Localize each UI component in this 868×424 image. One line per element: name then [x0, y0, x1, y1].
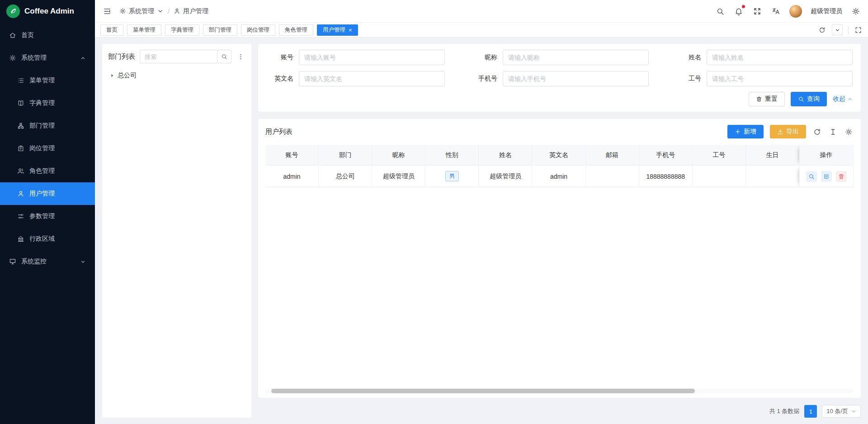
tab-dict-management[interactable]: 字典管理 — [165, 24, 199, 36]
app-logo[interactable]: Coffee Admin — [0, 0, 95, 22]
job-number-input[interactable] — [707, 71, 853, 86]
fullscreen-button[interactable] — [752, 6, 762, 16]
sidebar-collapse-button[interactable] — [102, 6, 112, 16]
tab-bar-actions — [818, 24, 863, 35]
user-list-card: 用户列表 新增 导出 — [258, 119, 861, 398]
tab-label: 用户管理 — [323, 26, 345, 34]
search-icon — [798, 96, 804, 102]
cell-nickname: 超级管理员 — [372, 166, 425, 187]
edit-icon — [823, 173, 830, 180]
gear-icon — [119, 8, 126, 14]
sidebar-group-label: 系统监控 — [21, 257, 47, 266]
top-header: 系统管理 / 用户管理 超级管理员 — [95, 0, 868, 22]
nickname-label: 昵称 — [470, 53, 497, 62]
tab-dept-management[interactable]: 部门管理 — [203, 24, 237, 36]
person-icon — [17, 190, 24, 197]
english-name-input[interactable] — [299, 71, 445, 86]
horizontal-scrollbar[interactable] — [265, 389, 854, 393]
job-number-label: 工号 — [674, 75, 701, 83]
sidebar-group-system-monitor[interactable]: 系统监控 — [0, 250, 95, 273]
theme-settings-button[interactable] — [851, 6, 861, 16]
org-chart-icon — [17, 122, 24, 129]
table-refresh-button[interactable] — [812, 127, 822, 137]
global-search-button[interactable] — [715, 6, 725, 16]
breadcrumb-system-management[interactable]: 系统管理 — [119, 7, 164, 15]
tab-menu-management[interactable]: 菜单管理 — [127, 24, 161, 36]
sidebar-item-menu-management[interactable]: 菜单管理 — [0, 69, 95, 92]
gender-tag: 男 — [445, 171, 459, 181]
department-more-button[interactable] — [236, 52, 245, 62]
collapse-button-label: 收起 — [833, 95, 845, 103]
tab-role-management[interactable]: 角色管理 — [279, 24, 313, 36]
notifications-button[interactable] — [734, 6, 744, 16]
name-input[interactable] — [707, 50, 853, 65]
pagination: 共 1 条数据 1 10 条/页 — [258, 405, 861, 418]
phone-input[interactable] — [503, 71, 649, 86]
sidebar-item-dept-management[interactable]: 部门管理 — [0, 114, 95, 137]
collapse-filter-button[interactable]: 收起 — [833, 95, 853, 103]
english-name-label: 英文名 — [266, 75, 293, 83]
notification-dot — [742, 5, 745, 8]
sidebar-group-label: 系统管理 — [21, 54, 47, 62]
edit-user-button[interactable] — [821, 171, 832, 182]
caret-right-icon — [109, 72, 115, 79]
export-button-label: 导出 — [786, 128, 799, 136]
tab-label: 字典管理 — [171, 26, 193, 34]
export-button[interactable]: 导出 — [770, 125, 806, 138]
table-settings-button[interactable] — [844, 127, 854, 137]
sidebar-item-label: 用户管理 — [29, 190, 55, 198]
add-user-button[interactable]: 新增 — [727, 125, 764, 138]
gear-icon — [845, 128, 853, 136]
sidebar-item-user-management[interactable]: 用户管理 — [0, 182, 95, 205]
sidebar-item-home[interactable]: 首页 — [0, 24, 95, 47]
content-fullscreen-button[interactable] — [854, 26, 863, 34]
view-user-button[interactable] — [806, 171, 817, 182]
breadcrumb-user-management[interactable]: 用户管理 — [174, 7, 208, 15]
tab-label: 部门管理 — [209, 26, 231, 34]
cell-department: 总公司 — [319, 166, 372, 187]
reset-button[interactable]: 重置 — [749, 92, 785, 106]
delete-user-button[interactable] — [836, 171, 847, 182]
department-panel-title: 部门列表 — [108, 52, 135, 61]
language-switch-button[interactable] — [771, 6, 781, 16]
scrollbar-thumb[interactable] — [271, 389, 695, 393]
user-avatar[interactable] — [789, 5, 802, 18]
department-search-input[interactable] — [140, 50, 217, 63]
tree-node-head-office[interactable]: 总公司 — [108, 69, 245, 82]
department-search-button[interactable] — [217, 50, 231, 63]
current-user-name[interactable]: 超级管理员 — [811, 7, 842, 15]
sidebar-item-label: 行政区域 — [29, 235, 55, 243]
trash-icon — [756, 96, 762, 102]
query-button[interactable]: 查询 — [791, 92, 827, 106]
user-list-title: 用户列表 — [265, 128, 292, 136]
sidebar-item-role-management[interactable]: 角色管理 — [0, 160, 95, 182]
col-email: 邮箱 — [586, 145, 639, 166]
cell-operations — [799, 166, 854, 187]
col-name: 姓名 — [479, 145, 532, 166]
tab-user-management[interactable]: 用户管理 × — [317, 24, 358, 36]
people-icon — [17, 167, 24, 175]
nickname-input[interactable] — [503, 50, 649, 65]
tab-home[interactable]: 首页 — [100, 24, 123, 36]
badge-icon — [17, 145, 24, 152]
table-density-button[interactable] — [828, 127, 838, 137]
tab-post-management[interactable]: 岗位管理 — [241, 24, 275, 36]
translate-icon — [772, 7, 780, 15]
account-label: 账号 — [266, 53, 293, 62]
page-1-button[interactable]: 1 — [804, 405, 817, 418]
sidebar-group-system-management[interactable]: 系统管理 — [0, 47, 95, 69]
table-empty-space — [265, 187, 854, 389]
sidebar: Coffee Admin 首页 系统管理 菜单管理 字典管理 部门管理 岗位管理 — [0, 0, 95, 424]
tab-close-icon[interactable]: × — [349, 27, 352, 33]
text-height-icon — [829, 128, 837, 136]
page-size-select[interactable]: 10 条/页 — [822, 405, 861, 418]
sidebar-item-post-management[interactable]: 岗位管理 — [0, 137, 95, 160]
sidebar-item-region-management[interactable]: 行政区域 — [0, 228, 95, 250]
sidebar-item-dict-management[interactable]: 字典管理 — [0, 92, 95, 114]
sidebar-item-param-management[interactable]: 参数管理 — [0, 205, 95, 228]
account-input[interactable] — [299, 50, 445, 65]
bell-icon — [735, 7, 743, 15]
tab-refresh-button[interactable] — [818, 26, 826, 34]
building-icon — [17, 235, 24, 243]
tab-more-button[interactable] — [832, 24, 843, 35]
